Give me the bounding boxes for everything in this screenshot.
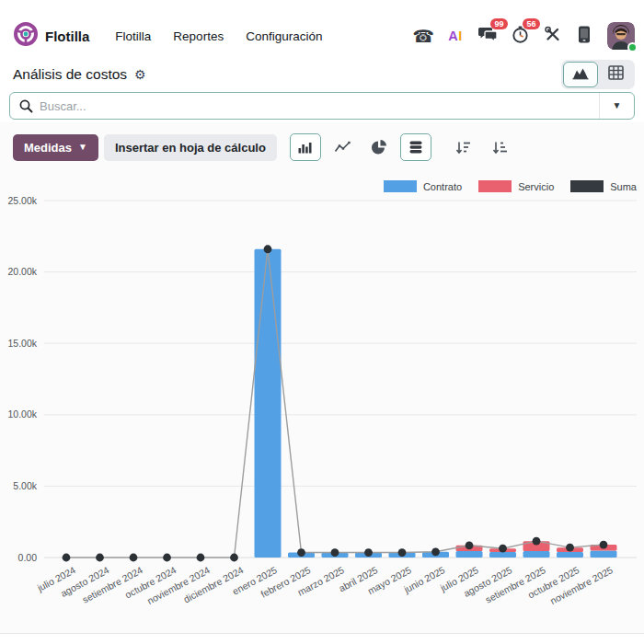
messages-button[interactable]: 99: [475, 22, 500, 50]
mobile-icon: [578, 26, 591, 47]
search-icon: [10, 99, 40, 113]
area-chart-icon: [572, 66, 589, 84]
app-menu-button[interactable]: Flotilla: [13, 21, 89, 51]
mobile-device-button[interactable]: [571, 22, 597, 50]
stacked-toggle-button[interactable]: [400, 133, 431, 161]
svg-text:5.00k: 5.00k: [13, 480, 37, 491]
search-bar: ▼: [9, 92, 635, 120]
measures-label: Medidas: [24, 141, 72, 155]
ai-icon: AI: [448, 29, 463, 43]
chevron-down-icon: ▼: [613, 101, 622, 110]
graph-view-button[interactable]: [563, 62, 598, 87]
bar-chart-button[interactable]: [290, 133, 321, 161]
voip-phone-button[interactable]: ☎: [410, 22, 436, 50]
measures-button[interactable]: Medidas ▼: [13, 134, 98, 161]
pivot-table-icon: [608, 65, 624, 84]
breadcrumb: Análisis de costos ⚙: [13, 66, 146, 83]
svg-text:25.00k: 25.00k: [7, 195, 37, 206]
bottom-divider: [0, 633, 644, 644]
sort-asc-button[interactable]: [485, 133, 516, 161]
tools-button[interactable]: [539, 22, 565, 50]
systray: ☎ AI 99: [410, 22, 635, 50]
app-window: Flotilla Flotilla Reportes Configuración…: [0, 0, 644, 644]
graph-toolbar: Medidas ▼ Insertar en hoja de cálculo: [13, 132, 631, 162]
menu-item-reportes[interactable]: Reportes: [162, 24, 235, 49]
control-panel: Análisis de costos ⚙: [0, 57, 644, 92]
page-title: Análisis de costos: [13, 66, 127, 83]
ai-button[interactable]: AI: [443, 22, 468, 50]
messages-badge: 99: [490, 18, 508, 29]
line-chart-button[interactable]: [327, 133, 358, 161]
svg-text:20.00k: 20.00k: [7, 266, 37, 277]
svg-text:0.00: 0.00: [18, 552, 38, 563]
main-menu: Flotilla Reportes Configuración: [104, 24, 333, 49]
svg-text:15.00k: 15.00k: [7, 338, 37, 349]
user-avatar[interactable]: [607, 22, 635, 50]
cost-analysis-chart: Contrato Servicio Suma 0.005.00k10.00k15…: [0, 179, 644, 644]
view-switcher: [561, 60, 635, 89]
activities-badge: 56: [523, 18, 540, 29]
bar-chart-icon: [297, 141, 313, 155]
insert-spreadsheet-button[interactable]: Insertar en hoja de cálculo: [104, 134, 277, 161]
chevron-down-icon: ▼: [78, 143, 87, 152]
line-chart-icon: [334, 141, 351, 154]
steering-wheel-icon: [13, 21, 39, 51]
brand-name: Flotilla: [45, 29, 89, 44]
online-status-dot: [627, 42, 638, 52]
pivot-view-button[interactable]: [598, 62, 633, 87]
activities-button[interactable]: 56: [507, 22, 533, 50]
sort-asc-icon: [492, 141, 508, 155]
sort-desc-icon: [455, 141, 471, 155]
phone-icon: ☎: [412, 28, 434, 45]
search-dropdown-toggle[interactable]: ▼: [599, 93, 634, 119]
search-input[interactable]: [40, 99, 599, 113]
chart-canvas[interactable]: 0.005.00k10.00k15.00k20.00k25.00kjulio 2…: [0, 179, 644, 644]
database-stack-icon: [408, 140, 423, 155]
top-navbar: Flotilla Flotilla Reportes Configuración…: [0, 15, 644, 57]
svg-text:10.00k: 10.00k: [7, 408, 37, 420]
pie-chart-icon: [371, 139, 387, 155]
menu-item-configuracion[interactable]: Configuración: [235, 24, 333, 49]
tools-icon: [544, 26, 561, 47]
sort-desc-button[interactable]: [448, 133, 479, 161]
pie-chart-button[interactable]: [363, 133, 395, 161]
gear-icon[interactable]: ⚙: [134, 68, 146, 81]
menu-item-flotilla[interactable]: Flotilla: [104, 24, 162, 49]
